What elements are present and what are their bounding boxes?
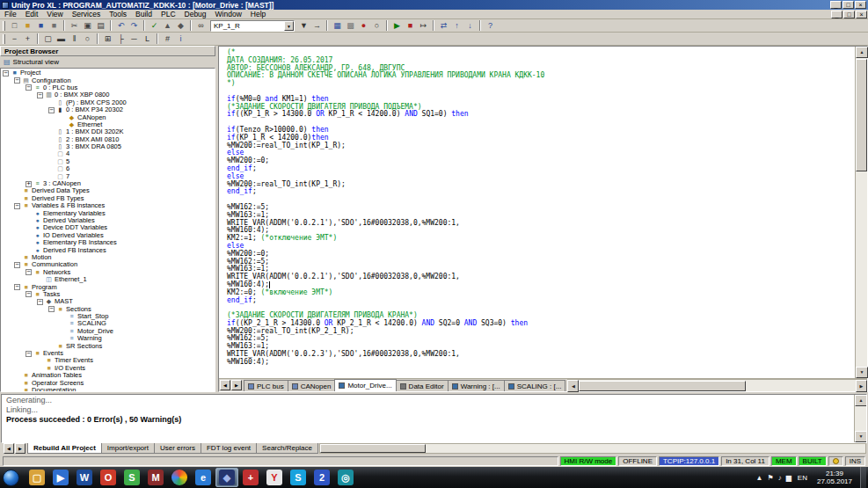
tree-item-0-plc-bus[interactable]: −≡0 : PLC bus — [1, 84, 215, 91]
comment-tool-icon[interactable]: ▬ — [55, 33, 68, 45]
tree-item-project[interactable]: −■Project — [1, 69, 215, 76]
tree-item-6[interactable]: ▢6 — [1, 165, 215, 172]
editor-tab-scaling[interactable]: SCALING : [... — [504, 380, 566, 391]
contact-tool-icon[interactable]: ‖ — [68, 33, 81, 45]
collapse-icon[interactable]: − — [26, 269, 32, 275]
start-button[interactable] — [3, 470, 19, 486]
window-titlebar[interactable]: Unity Pro XL : PROGRAM_AUTOMATIZ_KDKK-10… — [0, 0, 868, 10]
tree-item-warning[interactable]: ≡Warning — [1, 335, 215, 342]
collapse-icon[interactable]: − — [26, 291, 32, 297]
output-tab-scroll-left-button[interactable]: ◀ — [4, 443, 14, 454]
function-block-icon[interactable]: ⊞ — [101, 33, 114, 45]
tree-item-7[interactable]: ▢7 — [1, 172, 215, 179]
editor-tab-plc-bus[interactable]: PLC bus — [244, 380, 288, 391]
collapse-icon[interactable]: − — [37, 299, 43, 305]
step-icon[interactable]: ↦ — [417, 20, 430, 32]
tree-item-program[interactable]: −■Program — [1, 283, 215, 290]
minimize-button[interactable]: _ — [830, 1, 842, 9]
tree-item-networks[interactable]: −■Networks — [1, 269, 215, 276]
tree-item-elementary-fb-instances[interactable]: ●Elementary FB Instances — [1, 239, 215, 246]
project-tree[interactable]: −■Project−▤Configuration−≡0 : PLC bus−▥0… — [0, 68, 215, 392]
tab-scroll-left-button[interactable]: ◀ — [220, 380, 230, 390]
tree-item-communication[interactable]: −■Communication — [1, 261, 215, 268]
mdi-minimize-button[interactable]: _ — [831, 11, 842, 18]
action-center-flag-icon[interactable]: ⚑ — [768, 474, 774, 482]
output-horizontal-scrollbar[interactable] — [319, 443, 866, 454]
taskbar-app-word[interactable]: W — [73, 468, 96, 487]
output-tab-import-export[interactable]: Import/export — [101, 443, 155, 454]
tree-item-start-stop[interactable]: ≡Start_Stop — [1, 313, 215, 320]
output-tab-scroll-right-button[interactable]: ▶ — [15, 443, 26, 454]
paste-icon[interactable]: ▤ — [94, 20, 107, 32]
taskbar-app-chrome[interactable] — [168, 468, 191, 487]
tree-item-canopen[interactable]: ◆CANopen — [1, 113, 215, 120]
taskbar-app-mail-client[interactable]: M — [144, 468, 167, 487]
animation-table-icon[interactable]: ▩ — [344, 20, 357, 32]
redo-icon[interactable]: ↷ — [128, 20, 141, 32]
zoom-in-icon[interactable]: + — [21, 33, 34, 45]
mdi-close-button[interactable]: × — [856, 11, 867, 18]
tree-item-i-o-events[interactable]: ■I/O Events — [1, 365, 215, 372]
collapse-icon[interactable]: − — [48, 306, 55, 312]
label-icon[interactable]: L — [141, 33, 154, 45]
menu-help[interactable]: Help — [246, 10, 270, 19]
code-editor[interactable]: (*ДАТА СОЗДАНИЯ: 26.05.2017АВТОР: БЕССОН… — [219, 47, 855, 378]
scrollbar-thumb[interactable] — [320, 444, 426, 453]
collapse-icon[interactable]: − — [26, 351, 32, 357]
expand-icon[interactable]: + — [26, 181, 32, 187]
tree-item-0-bmx-p34-20302[interactable]: −▮0 : BMX P34 20302 — [1, 106, 215, 113]
output-lines[interactable]: Generating...Linking...Process succeeded… — [2, 395, 854, 442]
menu-plc[interactable]: PLC — [157, 10, 180, 19]
new-project-icon[interactable]: □ — [8, 20, 21, 32]
scroll-left-button[interactable]: ◀ — [567, 380, 579, 392]
scroll-up-button[interactable]: ▲ — [856, 47, 868, 58]
save-icon[interactable]: ■ — [34, 20, 47, 32]
tree-item-ethernet-1[interactable]: ◫Ethernet_1 — [1, 276, 215, 283]
scrollbar-track[interactable] — [855, 406, 866, 431]
taskbar-app-opera[interactable]: O — [97, 468, 120, 487]
tree-item-1-bmx-ddi-3202k[interactable]: ▯1 : BMX DDI 3202K — [1, 128, 215, 135]
upload-icon[interactable]: ↑ — [450, 20, 463, 32]
tree-item-p-bmx-cps-2000[interactable]: ▯(P) : BMX CPS 2000 — [1, 99, 215, 106]
tree-item-animation-tables[interactable]: ■Animation Tables — [1, 372, 215, 379]
tree-item-3-canopen[interactable]: +≡3 : CANopen — [1, 180, 215, 187]
tree-item-derived-data-types[interactable]: ■Derived Data Types — [1, 187, 215, 194]
editor-tab-data-editor[interactable]: Data Editor — [396, 380, 449, 391]
watch-icon[interactable]: ○ — [370, 20, 383, 32]
mdi-restore-button[interactable]: □ — [843, 11, 855, 18]
variable-combo[interactable]: KP_1_R ▼ — [210, 20, 295, 32]
select-tool-icon[interactable]: ▢ — [41, 33, 55, 45]
menu-tools[interactable]: Tools — [105, 10, 131, 19]
run-icon[interactable]: ▶ — [390, 20, 404, 32]
collapse-icon[interactable]: − — [3, 70, 9, 76]
tree-item-configuration[interactable]: −▤Configuration — [1, 76, 215, 84]
tab-scroll-right-button[interactable]: ▶ — [231, 380, 242, 390]
connect-icon[interactable]: ⇄ — [437, 20, 450, 32]
close-button[interactable]: × — [855, 1, 866, 9]
breakpoint-icon[interactable]: ● — [357, 20, 370, 32]
toolbar-grip[interactable] — [3, 21, 5, 31]
scroll-down-button[interactable]: ▼ — [856, 367, 868, 378]
show-desktop-button[interactable] — [860, 467, 866, 488]
taskbar-app-yandex-browser[interactable]: Y — [263, 468, 286, 487]
analyze-project-icon[interactable]: ✓ — [148, 20, 161, 32]
toolbar-grip[interactable] — [3, 34, 5, 44]
print-icon[interactable]: ■ — [47, 20, 61, 32]
tree-item-variables-fb-instances[interactable]: −■Variables & FB instances — [1, 202, 215, 209]
tree-item-0-bmx-xbp-0800[interactable]: −▥0 : BMX XBP 0800 — [1, 91, 215, 98]
collapse-icon[interactable]: − — [37, 92, 43, 98]
download-icon[interactable]: ↓ — [463, 20, 477, 32]
collapse-icon[interactable]: − — [14, 77, 20, 84]
menu-window[interactable]: Window — [211, 10, 246, 19]
menu-build[interactable]: Build — [131, 10, 157, 19]
tree-item-derived-variables[interactable]: ●Derived Variables — [1, 217, 215, 224]
speaker-icon[interactable]: ♪ — [778, 474, 782, 482]
coil-tool-icon[interactable]: ○ — [81, 33, 94, 45]
help-icon[interactable]: ? — [484, 20, 497, 32]
tree-item-events[interactable]: −■Events — [1, 350, 215, 357]
collapse-icon[interactable]: − — [26, 84, 32, 91]
clock[interactable]: 21:39 27.05.2017 — [813, 470, 856, 485]
tree-item-motor-drive[interactable]: ≡Motor_Drive — [1, 328, 215, 335]
menu-services[interactable]: Services — [68, 10, 106, 19]
tree-item-derived-fb-instances[interactable]: ●Derived FB Instances — [1, 246, 215, 253]
